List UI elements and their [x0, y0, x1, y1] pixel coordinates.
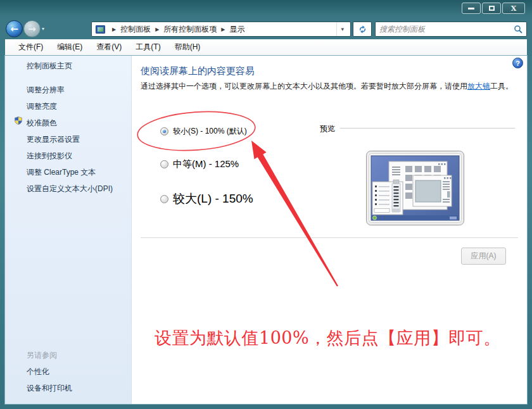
- sidebar-item-adjust-cleartype[interactable]: 调整 ClearType 文本: [27, 167, 96, 178]
- menu-bar: 文件(F) 编辑(E) 查看(V) 工具(T) 帮助(H): [5, 39, 527, 56]
- minimize-icon: [468, 8, 474, 9]
- display-applet-icon: [96, 25, 105, 34]
- sidebar-item-personalization[interactable]: 个性化: [27, 367, 49, 377]
- minimize-button[interactable]: [462, 3, 481, 14]
- sidebar-item-change-display-settings[interactable]: 更改显示器设置: [27, 134, 80, 145]
- breadcrumb-display[interactable]: 显示: [229, 24, 244, 35]
- radio-label: 较小(S) - 100% (默认): [173, 126, 247, 137]
- address-dropdown-icon[interactable]: ▾: [336, 22, 348, 36]
- help-icon: ?: [516, 60, 520, 67]
- sidebar-item-adjust-resolution[interactable]: 调整分辨率: [27, 85, 65, 96]
- radio-icon[interactable]: [160, 160, 168, 168]
- client-area: 控制面板主页 调整分辨率 调整亮度 校准颜色 更改显示器设置 连接到投影仪 调整…: [5, 56, 527, 404]
- help-button[interactable]: ?: [512, 58, 523, 68]
- radio-icon[interactable]: [160, 195, 168, 203]
- page-title: 使阅读屏幕上的内容更容易: [141, 65, 255, 77]
- search-box[interactable]: [375, 22, 527, 37]
- forward-button[interactable]: →: [23, 20, 41, 37]
- sidebar-item-devices-and-printers[interactable]: 设备和打印机: [27, 383, 72, 394]
- back-button[interactable]: ←: [6, 20, 23, 37]
- close-button[interactable]: X: [502, 3, 525, 14]
- radio-icon[interactable]: [160, 127, 168, 135]
- apply-button-label: 应用(A): [471, 251, 497, 261]
- radio-label: 较大(L) - 150%: [173, 191, 253, 207]
- breadcrumb-separator-icon: ▶: [221, 27, 225, 32]
- menu-file[interactable]: 文件(F): [11, 40, 50, 54]
- preview-label: 预览: [320, 123, 335, 134]
- description-text: 通过选择其中一个选项，可以更改屏幕上的文本大小以及其他项。若要暂时放大部分屏幕，…: [141, 82, 467, 91]
- sidebar-see-also-header: 另请参阅: [27, 350, 57, 361]
- menu-view[interactable]: 查看(V): [89, 40, 129, 54]
- menu-tools[interactable]: 工具(T): [129, 40, 167, 54]
- description-text-after: 工具。: [490, 82, 513, 91]
- refresh-icon: [358, 25, 367, 34]
- sidebar-item-adjust-brightness[interactable]: 调整亮度: [27, 101, 57, 112]
- refresh-button[interactable]: [353, 22, 372, 37]
- menu-edit[interactable]: 编辑(E): [50, 40, 89, 54]
- sidebar-item-connect-projector[interactable]: 连接到投影仪: [27, 151, 72, 161]
- uac-shield-icon: [15, 116, 22, 125]
- maximize-icon: [489, 6, 495, 11]
- magnifier-link[interactable]: 放大镜: [467, 82, 490, 91]
- radio-option-larger-150[interactable]: 较大(L) - 150%: [160, 191, 253, 207]
- radio-option-medium-125[interactable]: 中等(M) - 125%: [160, 158, 239, 170]
- breadcrumb-separator-icon: ▶: [155, 27, 159, 32]
- sidebar-item-calibrate-color[interactable]: 校准颜色: [27, 118, 57, 129]
- preview-monitor-image: [366, 151, 464, 225]
- close-icon: X: [511, 4, 517, 13]
- sidebar-item-custom-text-size-dpi[interactable]: 设置自定义文本大小(DPI): [27, 184, 113, 194]
- maximize-button[interactable]: [482, 3, 501, 14]
- back-icon: ←: [10, 23, 18, 35]
- breadcrumb-all-items[interactable]: 所有控制面板项: [163, 24, 217, 35]
- radio-label: 中等(M) - 125%: [173, 158, 239, 170]
- radio-option-smaller-100[interactable]: 较小(S) - 100% (默认): [160, 126, 247, 137]
- display-settings-window: X ← → ▾ ▶ 控制面板 ▶ 所有控制面板项 ▶ 显示 ▾ 文件(F) 编辑…: [0, 0, 532, 409]
- sidebar: 控制面板主页 调整分辨率 调整亮度 校准颜色 更改显示器设置 连接到投影仪 调整…: [5, 56, 132, 404]
- preview-divider: [340, 128, 515, 129]
- apply-button[interactable]: 应用(A): [461, 248, 506, 265]
- forward-icon: →: [28, 23, 36, 35]
- breadcrumb-separator-icon: ▶: [112, 27, 116, 32]
- search-input[interactable]: [379, 25, 514, 34]
- search-icon: [514, 25, 522, 34]
- page-description: 通过选择其中一个选项，可以更改屏幕上的文本大小以及其他项。若要暂时放大部分屏幕，…: [141, 81, 523, 92]
- history-dropdown[interactable]: ▾: [42, 26, 44, 32]
- breadcrumb-control-panel[interactable]: 控制面板: [120, 24, 151, 35]
- address-bar[interactable]: ▶ 控制面板 ▶ 所有控制面板项 ▶ 显示 ▾: [91, 22, 351, 37]
- annotation-text: 设置为默认值100%，然后点【应用】即可。: [155, 327, 501, 349]
- sidebar-item-control-panel-home[interactable]: 控制面板主页: [27, 61, 72, 72]
- content-divider: [141, 237, 518, 238]
- menu-help[interactable]: 帮助(H): [168, 40, 208, 54]
